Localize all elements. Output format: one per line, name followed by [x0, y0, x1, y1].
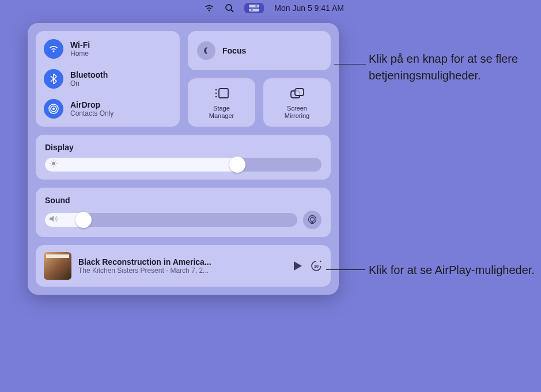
- display-slider[interactable]: [45, 158, 321, 172]
- airdrop-title: AirDrop: [70, 100, 114, 109]
- wifi-menubar-icon[interactable]: [204, 4, 214, 12]
- media-title: Black Reconstruction in America...: [78, 257, 287, 267]
- right-column: Focus Stage Manager Screen Mirroring: [188, 31, 331, 127]
- svg-rect-14: [295, 89, 304, 96]
- sound-title: Sound: [45, 196, 321, 205]
- airdrop-status: Contacts Only: [70, 109, 114, 117]
- bluetooth-status: On: [70, 79, 108, 87]
- stage-manager-label: Stage Manager: [209, 105, 234, 120]
- bluetooth-item[interactable]: Bluetooth On: [44, 69, 172, 89]
- svg-text:30: 30: [314, 264, 319, 268]
- wifi-text: Wi-Fi Home: [70, 40, 90, 58]
- moon-icon: [197, 41, 215, 60]
- svg-rect-9: [219, 89, 228, 98]
- focus-label: Focus: [222, 46, 246, 55]
- airdrop-icon: [44, 99, 63, 119]
- menubar: Mon Jun 5 9:41 AM: [197, 0, 351, 16]
- svg-line-23: [56, 161, 56, 161]
- control-center-menubar-icon[interactable]: [244, 3, 264, 13]
- focus-tile[interactable]: Focus: [188, 31, 331, 70]
- svg-rect-2: [249, 5, 259, 7]
- control-center-panel: Wi-Fi Home Bluetooth On AirDrop: [28, 23, 339, 295]
- svg-line-22: [51, 166, 51, 166]
- top-row: Wi-Fi Home Bluetooth On AirDrop: [36, 31, 331, 127]
- wifi-title: Wi-Fi: [70, 40, 90, 50]
- play-button[interactable]: [294, 261, 302, 271]
- sound-tile: Sound: [36, 188, 331, 237]
- now-playing-tile[interactable]: Black Reconstruction in America... The K…: [36, 245, 331, 287]
- small-tile-row: Stage Manager Screen Mirroring: [188, 78, 331, 127]
- callout-focus: Klik på en knap for at se flere betjenin…: [369, 51, 536, 84]
- stage-manager-icon: [214, 85, 230, 101]
- menubar-datetime[interactable]: Mon Jun 5 9:41 AM: [274, 3, 344, 13]
- bluetooth-text: Bluetooth On: [70, 70, 108, 87]
- sound-slider-thumb[interactable]: [75, 212, 92, 228]
- search-menubar-icon[interactable]: [225, 3, 234, 13]
- screen-mirroring-label: Screen Mirroring: [285, 105, 309, 120]
- display-title: Display: [45, 143, 321, 152]
- svg-rect-4: [249, 9, 259, 12]
- display-slider-thumb[interactable]: [229, 157, 245, 173]
- bluetooth-icon: [44, 69, 63, 89]
- brightness-icon: [50, 159, 58, 170]
- media-text: Black Reconstruction in America... The K…: [78, 257, 287, 275]
- album-art: [44, 252, 71, 280]
- svg-point-3: [255, 5, 258, 7]
- svg-point-0: [226, 5, 232, 10]
- display-tile: Display: [36, 135, 331, 180]
- svg-line-21: [56, 166, 56, 166]
- svg-line-20: [51, 161, 51, 161]
- connectivity-tile[interactable]: Wi-Fi Home Bluetooth On AirDrop: [36, 31, 180, 127]
- callout-airplay: Klik for at se AirPlay-muligheder.: [369, 262, 536, 279]
- svg-point-15: [52, 162, 55, 165]
- media-controls: 30: [294, 260, 323, 272]
- skip-forward-30-button[interactable]: 30: [310, 260, 323, 272]
- svg-point-8: [52, 108, 55, 110]
- volume-icon: [50, 215, 59, 225]
- airdrop-text: AirDrop Contacts Only: [70, 100, 114, 117]
- screen-mirroring-tile[interactable]: Screen Mirroring: [263, 78, 331, 127]
- svg-line-1: [231, 10, 233, 12]
- svg-point-10: [215, 89, 217, 91]
- svg-point-5: [251, 9, 253, 12]
- stage-manager-tile[interactable]: Stage Manager: [188, 78, 255, 127]
- media-subtitle: The Kitchen Sisters Present - March 7, 2…: [78, 267, 287, 275]
- bluetooth-title: Bluetooth: [70, 70, 108, 79]
- wifi-status: Home: [70, 50, 90, 58]
- sound-slider[interactable]: [45, 213, 297, 227]
- airdrop-item[interactable]: AirDrop Contacts Only: [44, 99, 172, 119]
- svg-point-25: [311, 218, 315, 222]
- callout-line-2: [326, 269, 365, 270]
- airplay-audio-button[interactable]: [303, 211, 321, 229]
- screen-mirroring-icon: [289, 85, 305, 101]
- svg-point-12: [215, 96, 217, 98]
- wifi-icon: [44, 39, 63, 59]
- svg-point-11: [215, 93, 217, 94]
- callout-line-1: [334, 64, 366, 64]
- wifi-item[interactable]: Wi-Fi Home: [44, 39, 172, 59]
